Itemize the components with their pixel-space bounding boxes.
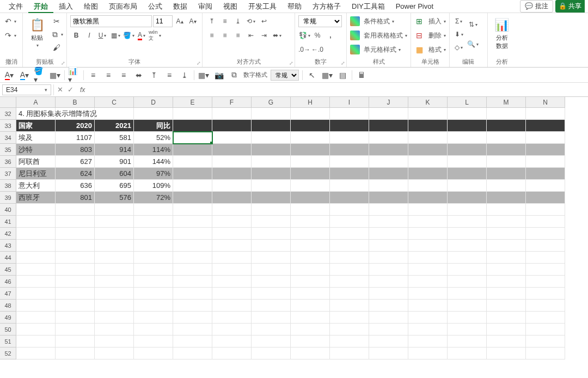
cell[interactable] (173, 288, 212, 300)
cell[interactable] (252, 120, 291, 132)
cell[interactable] (134, 324, 173, 336)
row-header[interactable]: 37 (0, 168, 16, 180)
cell[interactable] (252, 288, 291, 300)
cell[interactable] (448, 252, 487, 264)
cell[interactable] (330, 108, 369, 120)
cell[interactable] (291, 312, 330, 324)
cell[interactable] (212, 156, 252, 168)
cell[interactable] (16, 228, 56, 240)
qa-border-icon[interactable]: ▦▾ (49, 69, 61, 81)
cell[interactable] (526, 192, 565, 204)
menu-tab-7[interactable]: 审阅 (193, 1, 218, 12)
cell[interactable] (173, 336, 212, 347)
cell[interactable] (212, 204, 252, 216)
cell[interactable] (16, 324, 56, 336)
merge-button[interactable]: ⬌▾ (271, 29, 283, 41)
row-header[interactable]: 32 (0, 108, 16, 120)
cell[interactable] (448, 264, 487, 276)
cell[interactable] (487, 192, 526, 204)
cell[interactable]: 72% (134, 192, 173, 204)
cell[interactable] (291, 156, 330, 168)
cell[interactable]: 沙特 (16, 144, 56, 156)
cell[interactable] (56, 276, 95, 288)
cell[interactable] (487, 168, 526, 180)
row-header[interactable]: 49 (0, 312, 16, 324)
col-header-J[interactable]: J (369, 97, 408, 108)
cell[interactable] (252, 108, 291, 120)
cell[interactable] (526, 252, 565, 264)
col-header-H[interactable]: H (291, 97, 330, 108)
underline-button[interactable]: U▾ (96, 29, 108, 41)
paste-button[interactable]: 📋 粘贴▾ (26, 15, 48, 50)
cell[interactable]: 636 (56, 180, 95, 192)
row-header[interactable]: 40 (0, 204, 16, 216)
cell[interactable] (408, 264, 448, 276)
cell[interactable] (369, 324, 408, 336)
increase-decimal-button[interactable]: .0→ (298, 44, 310, 56)
fill-color-button[interactable]: 🪣▾ (122, 29, 134, 41)
cell[interactable] (408, 156, 448, 168)
cell[interactable] (212, 252, 252, 264)
font-name-combo[interactable] (70, 15, 152, 27)
cell[interactable] (369, 108, 408, 120)
cell[interactable] (448, 240, 487, 252)
qa-align-right-icon[interactable]: ≡ (118, 69, 130, 81)
cell[interactable] (369, 144, 408, 156)
cell[interactable] (95, 216, 134, 228)
cell[interactable] (134, 252, 173, 264)
menu-tab-8[interactable]: 视图 (218, 1, 243, 12)
cell[interactable] (56, 216, 95, 228)
menu-tab-6[interactable]: 数据 (168, 1, 193, 12)
cell[interactable] (408, 168, 448, 180)
cell[interactable] (291, 347, 330, 359)
menu-tab-0[interactable]: 文件 (3, 1, 28, 12)
cell[interactable] (330, 264, 369, 276)
cell[interactable] (16, 204, 56, 216)
cell[interactable] (252, 240, 291, 252)
cell[interactable] (173, 156, 212, 168)
font-size-combo[interactable] (153, 15, 173, 27)
qa-merge-icon[interactable]: ⬌ (133, 69, 145, 81)
row-header[interactable]: 45 (0, 264, 16, 276)
cell[interactable] (369, 300, 408, 312)
clipboard-launcher-icon[interactable]: ⤢ (61, 60, 65, 66)
cell[interactable] (212, 108, 252, 120)
cell[interactable] (408, 324, 448, 336)
cell[interactable] (173, 324, 212, 336)
fill-button[interactable]: ⬇▾ (453, 28, 465, 40)
qa-align-left-icon[interactable]: ≡ (87, 69, 99, 81)
cell[interactable] (487, 180, 526, 192)
cell[interactable] (291, 264, 330, 276)
cell[interactable] (408, 120, 448, 132)
cell[interactable] (369, 240, 408, 252)
cell[interactable] (16, 216, 56, 228)
qa-pointer-icon[interactable]: ↖ (306, 69, 318, 81)
cell[interactable]: 604 (95, 168, 134, 180)
share-button[interactable]: 🔒 共享 (555, 0, 585, 13)
cell[interactable] (330, 252, 369, 264)
cell[interactable] (487, 228, 526, 240)
qa-fill-icon[interactable]: 🪣▾ (34, 69, 46, 81)
copy-button[interactable]: ⧉▾ (50, 28, 63, 40)
menu-tab-12[interactable]: DIY工具箱 (346, 1, 390, 12)
cell[interactable]: 144% (134, 156, 173, 168)
cell[interactable] (330, 156, 369, 168)
phonetic-button[interactable]: wén文▾ (149, 29, 161, 41)
fill-handle[interactable] (210, 142, 212, 144)
qa-table-icon[interactable]: ▤ (336, 69, 348, 81)
cell[interactable] (212, 347, 252, 359)
cell[interactable] (487, 204, 526, 216)
comments-button[interactable]: 💬 批注 (520, 0, 553, 13)
wrap-text-button[interactable]: ↩ (258, 15, 270, 27)
align-bottom-button[interactable]: ⤓ (232, 15, 244, 27)
cell[interactable] (56, 240, 95, 252)
comma-button[interactable]: , (324, 29, 336, 41)
cell[interactable] (330, 240, 369, 252)
cell[interactable] (252, 336, 291, 347)
row-header[interactable]: 43 (0, 240, 16, 252)
col-header-I[interactable]: I (330, 97, 369, 108)
cell[interactable] (95, 312, 134, 324)
cell[interactable]: 624 (56, 168, 95, 180)
cell[interactable] (330, 288, 369, 300)
cell[interactable] (212, 276, 252, 288)
